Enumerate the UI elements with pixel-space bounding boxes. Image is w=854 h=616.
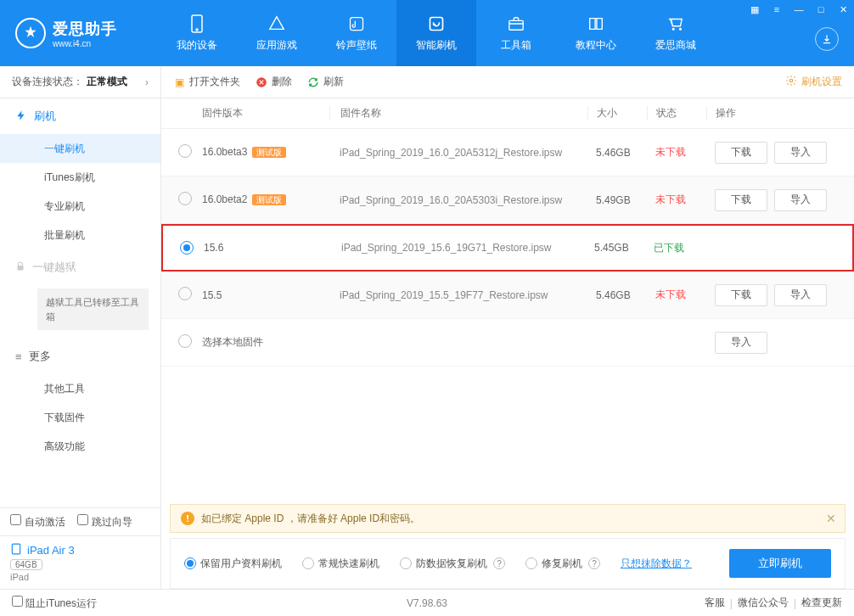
skip-guide-checkbox[interactable]: 跳过向导 xyxy=(77,514,132,529)
col-status: 状态 xyxy=(647,106,706,120)
menu-icon: ≡ xyxy=(15,350,22,363)
sidebar-sub-itunes[interactable]: iTunes刷机 xyxy=(0,163,160,192)
row-version: 15.5 xyxy=(202,289,329,301)
win-close[interactable]: ✕ xyxy=(832,0,854,19)
row-radio[interactable] xyxy=(178,287,192,300)
win-minimize[interactable]: — xyxy=(788,0,810,19)
footer-update[interactable]: 检查更新 xyxy=(801,596,842,610)
auto-activate-checkbox[interactable]: 自动激活 xyxy=(10,514,65,529)
opt-keep-data[interactable]: 保留用户资料刷机 xyxy=(184,557,282,571)
row-filename: iPad_Spring_2019_15.6_19G71_Restore.ipsw xyxy=(331,242,586,254)
window-controls: ▦ ≡ — □ ✕ xyxy=(744,0,854,19)
svg-point-1 xyxy=(196,29,198,31)
footer-wechat[interactable]: 微信公众号 xyxy=(738,596,789,610)
win-maximize[interactable]: □ xyxy=(810,0,832,19)
gear-icon xyxy=(785,75,797,89)
row-version: 16.0beta3测试版 xyxy=(202,146,329,159)
footer-support[interactable]: 客服 xyxy=(705,596,725,610)
erase-link[interactable]: 只想抹除数据？ xyxy=(621,557,692,571)
sidebar-sub-pro[interactable]: 专业刷机 xyxy=(0,192,160,221)
row-filename: iPad_Spring_2019_16.0_20A5303i_Restore.i… xyxy=(329,194,587,206)
row-radio[interactable] xyxy=(178,144,192,158)
nav-tutorials[interactable]: 教程中心 xyxy=(556,0,636,66)
row-status: 未下载 xyxy=(647,145,706,160)
import-button[interactable]: 导入 xyxy=(715,332,767,354)
svg-rect-4 xyxy=(509,20,523,30)
cart-icon xyxy=(666,14,685,33)
sidebar-flash-title[interactable]: 刷机 xyxy=(0,98,160,134)
download-button[interactable]: 下载 xyxy=(715,142,767,164)
firmware-row[interactable]: 15.6iPad_Spring_2019_15.6_19G71_Restore.… xyxy=(161,224,854,272)
nav-my-device[interactable]: 我的设备 xyxy=(157,0,237,66)
firmware-row[interactable]: 16.0beta2测试版iPad_Spring_2019_16.0_20A530… xyxy=(161,176,854,224)
import-button[interactable]: 导入 xyxy=(774,284,827,306)
sidebar-sub-oneclick[interactable]: 一键刷机 xyxy=(0,134,160,163)
col-size: 大小 xyxy=(587,106,647,120)
row-radio[interactable] xyxy=(178,192,192,205)
warning-close[interactable]: ✕ xyxy=(826,512,836,525)
import-button[interactable]: 导入 xyxy=(774,189,827,211)
nav-apps[interactable]: 应用游戏 xyxy=(237,0,317,66)
row-size: 5.46GB xyxy=(587,147,647,159)
row-radio[interactable] xyxy=(180,241,194,255)
auto-activate-row: 自动激活 跳过向导 xyxy=(0,508,160,535)
folder-icon: ▣ xyxy=(173,76,185,88)
help-icon[interactable]: ? xyxy=(493,557,505,569)
col-ops: 操作 xyxy=(706,106,842,120)
row-size: 5.49GB xyxy=(587,194,647,206)
firmware-rows: 16.0beta3测试版iPad_Spring_2019_16.0_20A531… xyxy=(161,129,854,367)
opt-repair[interactable]: 修复刷机? xyxy=(525,557,600,571)
import-button[interactable]: 导入 xyxy=(774,142,827,164)
reload-icon xyxy=(307,76,319,88)
col-name: 固件名称 xyxy=(329,106,587,120)
flash-icon xyxy=(15,109,27,124)
toolbox-icon xyxy=(507,14,525,33)
nav-flash[interactable]: 智能刷机 xyxy=(396,0,476,66)
phone-icon xyxy=(188,14,206,33)
block-itunes-checkbox[interactable]: 阻止iTunes运行 xyxy=(12,596,97,611)
device-status[interactable]: 设备连接状态： 正常模式 › xyxy=(0,66,160,98)
delete-button[interactable]: 删除 xyxy=(256,75,292,89)
sidebar-sub-advanced[interactable]: 高级功能 xyxy=(0,432,160,461)
warning-bar: ! 如已绑定 Apple ID ，请准备好 Apple ID和密码。 ✕ xyxy=(170,504,846,533)
refresh-icon xyxy=(427,14,446,33)
win-grid-icon[interactable]: ▦ xyxy=(744,0,766,19)
lock-icon xyxy=(15,260,25,275)
flash-settings-button[interactable]: 刷机设置 xyxy=(785,75,842,89)
download-button[interactable]: 下载 xyxy=(715,189,767,211)
sidebar-sub-batch[interactable]: 批量刷机 xyxy=(0,221,160,249)
row-size: 5.45GB xyxy=(586,242,645,254)
nav-toolbox[interactable]: 工具箱 xyxy=(476,0,556,66)
nav-store[interactable]: 爱思商城 xyxy=(636,0,716,66)
sidebar-sub-download[interactable]: 下载固件 xyxy=(0,403,160,432)
app-title: 爱思助手 xyxy=(53,19,117,39)
download-button[interactable]: 下载 xyxy=(715,284,767,306)
sidebar-more-title[interactable]: ≡ 更多 xyxy=(0,339,160,374)
version-label: V7.98.63 xyxy=(407,597,447,609)
row-filename: iPad_Spring_2019_15.5_19F77_Restore.ipsw xyxy=(329,289,587,301)
help-icon[interactable]: ? xyxy=(588,557,600,569)
sidebar: 设备连接状态： 正常模式 › 刷机 一键刷机 iTunes刷机 专业刷机 批量刷… xyxy=(0,66,161,589)
app-subtitle: www.i4.cn xyxy=(53,39,117,48)
opt-antirecover[interactable]: 防数据恢复刷机? xyxy=(400,557,505,571)
open-folder-button[interactable]: ▣打开文件夹 xyxy=(173,75,240,89)
download-circle-button[interactable] xyxy=(815,27,839,51)
svg-rect-5 xyxy=(12,544,20,554)
flash-now-button[interactable]: 立即刷机 xyxy=(729,549,831,578)
svg-point-7 xyxy=(789,79,793,82)
content: ▣打开文件夹 删除 刷新 刷机设置 固件版本 固件名称 大小 状态 操作 16.… xyxy=(161,66,854,589)
firmware-row[interactable]: 16.0beta3测试版iPad_Spring_2019_16.0_20A531… xyxy=(161,129,854,176)
opt-normal[interactable]: 常规快速刷机 xyxy=(302,557,379,571)
win-menu-icon[interactable]: ≡ xyxy=(766,0,788,19)
row-radio[interactable] xyxy=(178,334,192,348)
col-version: 固件版本 xyxy=(202,106,329,120)
nav-ringtones[interactable]: 铃声壁纸 xyxy=(317,0,396,66)
firmware-row[interactable]: 选择本地固件导入 xyxy=(161,319,854,367)
logo: 爱思助手 www.i4.cn xyxy=(0,0,157,66)
device-info[interactable]: iPad Air 3 64GB iPad xyxy=(0,535,160,589)
refresh-button[interactable]: 刷新 xyxy=(307,75,344,89)
row-status: 未下载 xyxy=(647,288,706,302)
firmware-row[interactable]: 15.5iPad_Spring_2019_15.5_19F77_Restore.… xyxy=(161,272,854,319)
sidebar-sub-other[interactable]: 其他工具 xyxy=(0,374,160,403)
apps-icon xyxy=(267,14,286,33)
